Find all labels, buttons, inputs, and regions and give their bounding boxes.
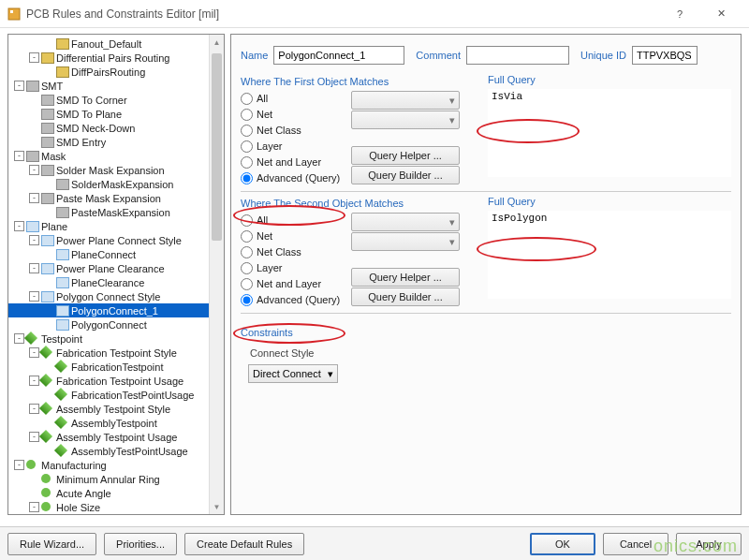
close-button[interactable]: ✕: [700, 1, 742, 27]
tree-item[interactable]: PlaneClearance: [8, 275, 224, 289]
tree-item[interactable]: -SMT: [8, 79, 224, 93]
match1-full-query[interactable]: IsVia: [488, 89, 731, 177]
tree-item[interactable]: -Paste Mask Expansion: [8, 191, 224, 205]
help-button[interactable]: ?: [659, 1, 700, 27]
tree-item[interactable]: -Fabrication Testpoint Usage: [8, 374, 224, 388]
svg-rect-1: [10, 10, 13, 13]
expand-icon[interactable]: -: [14, 221, 24, 231]
expand-icon[interactable]: -: [29, 432, 39, 442]
tree-item[interactable]: PasteMaskExpansion: [8, 205, 224, 219]
tree-item[interactable]: SolderMaskExpansion: [8, 177, 224, 191]
scroll-up-icon[interactable]: ▲: [210, 35, 224, 50]
tree-item[interactable]: Acute Angle: [8, 486, 224, 500]
tree-item[interactable]: FabricationTestpoint: [8, 360, 224, 374]
expand-icon[interactable]: -: [14, 151, 24, 161]
rule-icon: [26, 221, 39, 232]
tree-item[interactable]: -Hole Size: [8, 500, 224, 514]
rule-icon: [56, 249, 69, 260]
match2-layer[interactable]: Layer: [241, 260, 351, 275]
chevron-down-icon: ▾: [449, 236, 455, 248]
uniqueid-input[interactable]: [632, 46, 698, 65]
expand-icon[interactable]: -: [14, 81, 24, 91]
tree-item[interactable]: DiffPairsRouting: [8, 65, 224, 79]
tree-item[interactable]: PolygonConnect_1: [8, 303, 224, 317]
match2-net[interactable]: Net: [241, 228, 351, 243]
match2-combo2[interactable]: ▾: [351, 232, 460, 251]
tree-item[interactable]: PlaneConnect: [8, 247, 224, 261]
tree-item[interactable]: -Polygon Connect Style: [8, 289, 224, 303]
match2-query-helper[interactable]: Query Helper ...: [351, 268, 460, 287]
expand-icon[interactable]: -: [14, 460, 24, 470]
tree-item[interactable]: FabricationTestPointUsage: [8, 388, 224, 402]
comment-input[interactable]: [466, 46, 569, 65]
tree-item[interactable]: -Fabrication Testpoint Style: [8, 346, 224, 360]
match2-all[interactable]: All: [241, 213, 351, 228]
expand-icon[interactable]: -: [29, 376, 39, 386]
tree-item[interactable]: SMD Entry: [8, 135, 224, 149]
match1-layer[interactable]: Layer: [241, 139, 351, 154]
match2-advanced[interactable]: Advanced (Query): [241, 292, 351, 307]
tree-item[interactable]: -Assembly Testpoint Style: [8, 402, 224, 416]
tree-item[interactable]: -Power Plane Clearance: [8, 261, 224, 275]
tree-scrollbar[interactable]: ▲ ▼: [209, 35, 224, 514]
tree-item[interactable]: Fanout_Default: [8, 37, 224, 51]
expand-icon[interactable]: -: [29, 291, 39, 302]
tree-item[interactable]: Minimum Annular Ring: [8, 472, 224, 486]
tree-item[interactable]: -Assembly Testpoint Usage: [8, 430, 224, 444]
tree-item-label: Plane: [41, 221, 67, 232]
tree-item-label: SMD Entry: [56, 137, 106, 148]
match1-net[interactable]: Net: [241, 107, 351, 122]
create-default-rules-button[interactable]: Create Default Rules: [184, 533, 304, 555]
connect-style-select[interactable]: Direct Connect ▾: [248, 364, 338, 383]
tree-item[interactable]: -Power Plane Connect Style: [8, 233, 224, 247]
cancel-button[interactable]: Cancel: [603, 533, 668, 555]
match1-advanced[interactable]: Advanced (Query): [241, 170, 351, 185]
tree-item[interactable]: HoleSize: [8, 514, 224, 515]
rules-tree[interactable]: Fanout_Default-Differential Pairs Routin…: [7, 34, 225, 515]
match1-query-builder[interactable]: Query Builder ...: [351, 166, 460, 184]
expand-icon[interactable]: -: [29, 193, 39, 203]
match2-netclass[interactable]: Net Class: [241, 244, 351, 259]
match1-all[interactable]: All: [241, 91, 351, 106]
expand-icon[interactable]: -: [29, 263, 39, 273]
apply-button[interactable]: Apply: [676, 533, 742, 555]
match2-netlayer[interactable]: Net and Layer: [241, 276, 351, 291]
expand-icon[interactable]: -: [29, 502, 39, 512]
priorities-button[interactable]: Priorities...: [104, 533, 177, 555]
tree-item[interactable]: -Differential Pairs Routing: [8, 51, 224, 65]
tree-item[interactable]: PolygonConnect: [8, 317, 224, 332]
name-input[interactable]: [273, 46, 404, 65]
rule-wizard-button[interactable]: Rule Wizard...: [7, 533, 96, 555]
expand-icon[interactable]: -: [29, 404, 39, 414]
expand-icon[interactable]: -: [29, 165, 39, 175]
match1-netclass[interactable]: Net Class: [241, 123, 351, 138]
tree-item[interactable]: SMD To Corner: [8, 93, 224, 107]
tree-item[interactable]: -Solder Mask Expansion: [8, 163, 224, 177]
match1-combo1[interactable]: ▾: [351, 91, 460, 110]
scroll-down-icon[interactable]: ▼: [210, 499, 224, 514]
scroll-thumb[interactable]: [212, 53, 222, 241]
expand-icon[interactable]: -: [29, 52, 39, 63]
tree-item[interactable]: -Testpoint: [8, 332, 224, 346]
expand-icon[interactable]: -: [14, 333, 24, 344]
rule-icon: [56, 319, 69, 331]
match1-netlayer[interactable]: Net and Layer: [241, 155, 351, 169]
tree-item[interactable]: SMD Neck-Down: [8, 121, 224, 135]
match1-query-helper[interactable]: Query Helper ...: [351, 146, 460, 165]
tree-item[interactable]: -Mask: [8, 149, 224, 163]
match2-full-query[interactable]: IsPolygon: [488, 211, 731, 299]
match1-combo2[interactable]: ▾: [351, 111, 460, 129]
expand-icon[interactable]: -: [29, 347, 39, 358]
tree-item[interactable]: -Plane: [8, 219, 224, 233]
tree-item[interactable]: -Manufacturing: [8, 458, 224, 472]
ok-button[interactable]: OK: [530, 533, 595, 555]
match2-query-builder[interactable]: Query Builder ...: [351, 287, 460, 306]
expand-icon[interactable]: -: [29, 235, 39, 245]
tree-item[interactable]: AssemblyTestpoint: [8, 416, 224, 430]
rule-icon: [56, 305, 69, 317]
match2-combo1[interactable]: ▾: [351, 213, 460, 231]
rule-properties: Name Comment Unique ID Where The First O…: [230, 34, 742, 515]
tree-item-label: Hole Size: [56, 502, 100, 513]
tree-item[interactable]: SMD To Plane: [8, 107, 224, 121]
tree-item[interactable]: AssemblyTestPointUsage: [8, 444, 224, 458]
